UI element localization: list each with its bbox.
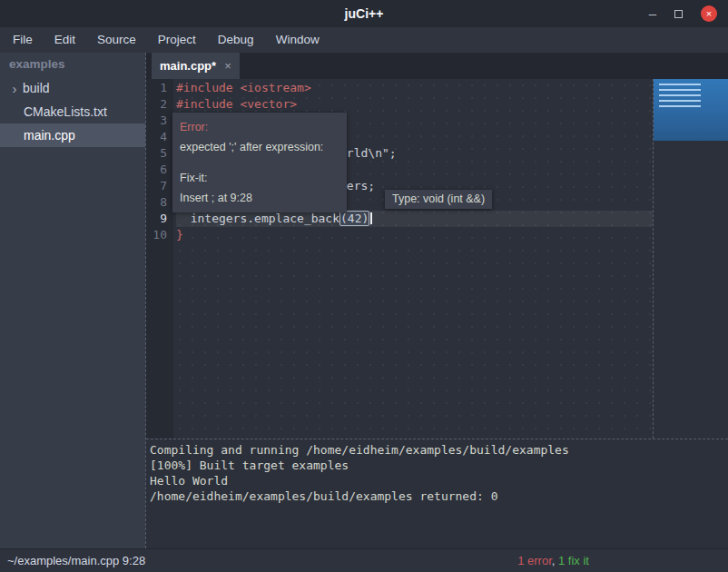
titlebar[interactable]: juCi++ – ×: [0, 0, 728, 27]
fixit-action: Insert ; at 9:28: [180, 188, 339, 208]
tooltip-spacer: [180, 157, 339, 168]
tree-item-build[interactable]: › build: [0, 76, 145, 100]
statusbar: ~/examples/main.cpp 9:28 1 error, 1 fix …: [0, 548, 728, 572]
status-diagnostics: 1 error, 1 fix it: [517, 554, 589, 567]
code-text: integers.emplace_back: [176, 212, 339, 225]
tree-item-label: build: [23, 81, 50, 95]
maximize-button[interactable]: [674, 10, 683, 18]
line-number: 7: [146, 178, 167, 194]
error-count: 1 error: [517, 554, 552, 567]
tree-item-label: CMakeLists.txt: [24, 104, 107, 119]
line-number: 2: [146, 96, 167, 113]
status-file-location: ~/examples/main.cpp 9:28: [7, 554, 145, 567]
document-overview-map[interactable]: [654, 79, 728, 141]
line-number: 5: [146, 145, 167, 162]
fixit-count: 1 fix it: [558, 554, 589, 567]
code-line[interactable]: #include <iostream>: [176, 80, 653, 96]
code-line[interactable]: }: [176, 227, 653, 243]
line-number-current: 9: [146, 211, 167, 227]
menu-project[interactable]: Project: [147, 27, 207, 53]
code-line[interactable]: #include <vector>: [176, 96, 653, 113]
line-number: 10: [146, 227, 167, 243]
tab-label: main.cpp*: [160, 59, 216, 73]
tabbar: main.cpp* ×: [146, 53, 728, 79]
line-number: 6: [146, 162, 167, 178]
bracket-match-highlight: (42): [339, 211, 369, 226]
editor-pane: 1 2 3 4 5 6 7 8 9 10 #include <iostream>…: [146, 79, 728, 439]
tab-close-icon[interactable]: ×: [224, 59, 231, 73]
menu-window[interactable]: Window: [265, 27, 330, 53]
terminal-line: /home/eidheim/examples/build/examples re…: [150, 488, 728, 504]
minimap-code-lines-icon: [659, 84, 701, 109]
line-number-gutter[interactable]: 1 2 3 4 5 6 7 8 9 10: [146, 79, 173, 439]
minimize-button[interactable]: –: [649, 9, 656, 18]
file-tree-sidebar: examples › build CMakeLists.txt main.cpp: [0, 53, 145, 548]
text-cursor: [370, 212, 372, 224]
window-controls: – ×: [649, 0, 717, 27]
close-button[interactable]: ×: [701, 5, 717, 22]
tree-item-main-cpp[interactable]: main.cpp: [0, 123, 145, 147]
terminal-output[interactable]: Compiling and running /home/eidheim/exam…: [146, 439, 728, 548]
line-number: 1: [146, 80, 167, 96]
code-line-current[interactable]: integers.emplace_back(42): [176, 211, 653, 227]
line-number: 3: [146, 113, 167, 129]
editor-column: main.cpp* × 1 2 3 4 5 6 7 8 9 10: [145, 53, 728, 548]
tree-item-label: main.cpp: [24, 128, 75, 143]
line-number: 8: [146, 194, 167, 211]
main-content: examples › build CMakeLists.txt main.cpp…: [0, 53, 728, 548]
terminal-line: [100%] Built target examples: [150, 458, 728, 473]
menu-debug[interactable]: Debug: [207, 27, 265, 53]
window-title: juCi++: [0, 0, 728, 27]
terminal-line: Hello World: [150, 473, 728, 488]
chevron-right-icon[interactable]: ›: [7, 81, 22, 96]
terminal-line: Compiling and running /home/eidheim/exam…: [150, 442, 728, 458]
fixit-label: Fix-it:: [180, 168, 339, 188]
error-tooltip: Error: expected ';' after expression: Fi…: [172, 113, 347, 212]
menu-file[interactable]: File: [2, 27, 44, 53]
tab-main-cpp[interactable]: main.cpp* ×: [152, 53, 240, 79]
error-tooltip-message: expected ';' after expression:: [180, 137, 339, 157]
app-window: juCi++ – × File Edit Source Project Debu…: [0, 0, 728, 572]
menu-source[interactable]: Source: [86, 27, 147, 53]
error-tooltip-title: Error:: [180, 117, 339, 137]
line-number: 4: [146, 129, 167, 145]
type-tooltip: Type: void (int &&): [385, 190, 492, 209]
tree-item-cmakelists[interactable]: CMakeLists.txt: [0, 100, 145, 123]
menu-edit[interactable]: Edit: [44, 27, 86, 53]
overview-map-column: [653, 79, 728, 439]
menubar: File Edit Source Project Debug Window: [0, 27, 728, 53]
diagnostics-separator: ,: [552, 554, 558, 567]
project-name-header: examples: [0, 53, 145, 76]
